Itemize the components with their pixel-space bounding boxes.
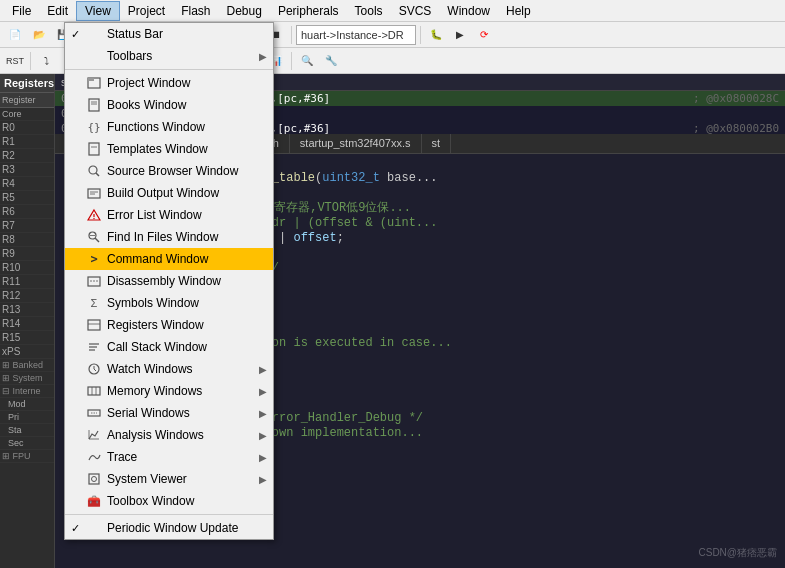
menu-item-symbols-window[interactable]: Σ Symbols Window [65, 292, 273, 314]
item-icon-tw [85, 142, 103, 156]
item-icon-syv [85, 472, 103, 486]
check-icon-pu: ✓ [71, 522, 85, 535]
item-label-cw: Command Window [107, 252, 267, 266]
arrow-syv: ▶ [259, 474, 267, 485]
item-icon-dw [85, 274, 103, 288]
svg-line-8 [96, 173, 99, 176]
dropdown-sep-2 [65, 514, 273, 515]
svg-point-14 [93, 218, 94, 219]
svg-point-7 [89, 166, 97, 174]
item-label-aw: Analysis Windows [107, 428, 259, 442]
item-icon-cw: > [85, 252, 103, 266]
item-label-sbw: Source Browser Window [107, 164, 267, 178]
menu-item-disassembly-window[interactable]: Disassembly Window [65, 270, 273, 292]
item-label-toolbars: Toolbars [107, 49, 259, 63]
menu-item-memory-windows[interactable]: Memory Windows ▶ [65, 380, 273, 402]
item-label-fw: Functions Window [107, 120, 267, 134]
menu-item-command-window[interactable]: > Command Window [65, 248, 273, 270]
arrow-trace: ▶ [259, 452, 267, 463]
item-icon-csw [85, 340, 103, 354]
menu-item-toolbox-window[interactable]: 🧰 Toolbox Window [65, 490, 273, 512]
arrow-aw: ▶ [259, 430, 267, 441]
svg-point-36 [92, 477, 97, 482]
menu-item-find-in-files-window[interactable]: Find In Files Window [65, 226, 273, 248]
svg-rect-5 [89, 143, 99, 155]
item-icon-trace [85, 450, 103, 464]
menu-item-status-bar[interactable]: ✓ Status Bar [65, 23, 273, 45]
item-label-rw: Registers Window [107, 318, 267, 332]
menu-item-functions-window[interactable]: {} Functions Window [65, 116, 273, 138]
menu-item-trace[interactable]: Trace ▶ [65, 446, 273, 468]
svg-rect-2 [89, 99, 99, 111]
item-label-bow: Build Output Window [107, 186, 267, 200]
item-label-elw: Error List Window [107, 208, 267, 222]
item-icon-aw [85, 428, 103, 442]
svg-rect-1 [88, 78, 94, 81]
item-icon-fw: {} [85, 121, 103, 134]
item-icon-ffww [85, 230, 103, 244]
svg-line-16 [95, 238, 99, 242]
item-icon-elw [85, 208, 103, 222]
item-label-sw: Symbols Window [107, 296, 267, 310]
item-icon-rw [85, 318, 103, 332]
item-label-trace: Trace [107, 450, 259, 464]
item-icon-serw [85, 406, 103, 420]
item-label-pu: Periodic Window Update [107, 521, 267, 535]
menu-item-system-viewer[interactable]: System Viewer ▶ [65, 468, 273, 490]
arrow-toolbars: ▶ [259, 51, 267, 62]
menu-item-project-window[interactable]: Project Window [65, 72, 273, 94]
item-icon-ww [85, 362, 103, 376]
item-label-status-bar: Status Bar [107, 27, 267, 41]
item-label-bw: Books Window [107, 98, 267, 112]
menu-item-build-output-window[interactable]: Build Output Window [65, 182, 273, 204]
dropdown-sep-1 [65, 69, 273, 70]
menu-item-periodic-update[interactable]: ✓ Periodic Window Update [65, 517, 273, 539]
menu-item-serial-windows[interactable]: Serial Windows ▶ [65, 402, 273, 424]
menu-item-books-window[interactable]: Books Window [65, 94, 273, 116]
menu-item-toolbars[interactable]: Toolbars ▶ [65, 45, 273, 67]
view-dropdown-menu: ✓ Status Bar Toolbars ▶ Project Window [64, 22, 274, 540]
item-label-csw: Call Stack Window [107, 340, 267, 354]
item-label-tbw: Toolbox Window [107, 494, 267, 508]
svg-rect-35 [89, 474, 99, 484]
item-label-syv: System Viewer [107, 472, 259, 486]
svg-rect-18 [88, 277, 100, 286]
menu-item-templates-window[interactable]: Templates Window [65, 138, 273, 160]
arrow-mw: ▶ [259, 386, 267, 397]
item-icon-bw [85, 98, 103, 112]
menu-item-call-stack-window[interactable]: Call Stack Window [65, 336, 273, 358]
menu-item-source-browser-window[interactable]: Source Browser Window [65, 160, 273, 182]
dropdown-overlay[interactable]: ✓ Status Bar Toolbars ▶ Project Window [0, 0, 785, 568]
item-icon-pw [85, 76, 103, 90]
item-label-ww: Watch Windows [107, 362, 259, 376]
svg-rect-28 [88, 387, 100, 395]
item-icon-bow [85, 186, 103, 200]
item-label-dw: Disassembly Window [107, 274, 267, 288]
check-icon-status-bar: ✓ [71, 28, 85, 41]
menu-item-watch-windows[interactable]: Watch Windows ▶ [65, 358, 273, 380]
item-label-ffww: Find In Files Window [107, 230, 267, 244]
menu-item-analysis-windows[interactable]: Analysis Windows ▶ [65, 424, 273, 446]
item-label-pw: Project Window [107, 76, 267, 90]
item-icon-tbw: 🧰 [85, 495, 103, 508]
svg-line-27 [94, 369, 96, 371]
item-label-serw: Serial Windows [107, 406, 259, 420]
item-icon-sw: Σ [85, 297, 103, 309]
item-label-tw: Templates Window [107, 142, 267, 156]
item-icon-mw [85, 384, 103, 398]
item-label-mw: Memory Windows [107, 384, 259, 398]
svg-rect-9 [88, 189, 100, 198]
arrow-serw: ▶ [259, 408, 267, 419]
arrow-ww: ▶ [259, 364, 267, 375]
item-icon-sbw [85, 164, 103, 178]
svg-rect-20 [88, 320, 100, 330]
menu-item-registers-window[interactable]: Registers Window [65, 314, 273, 336]
menu-item-error-list-window[interactable]: Error List Window [65, 204, 273, 226]
